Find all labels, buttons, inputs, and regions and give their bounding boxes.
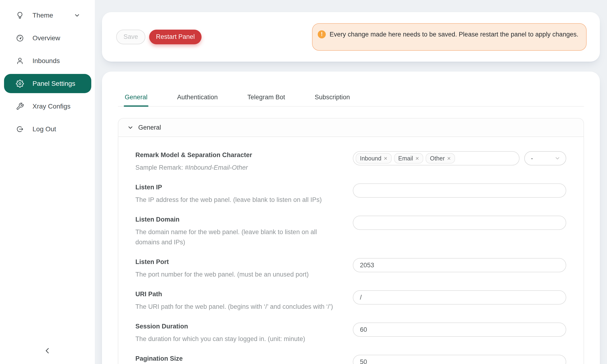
chevron-down-icon [554, 155, 561, 161]
form-row-listen-domain: Listen Domain The domain name for the we… [135, 215, 566, 247]
sidebar-item-log-out[interactable]: Log Out [4, 119, 91, 139]
alert-text: Every change made here needs to be saved… [330, 29, 578, 39]
field-label: Pagination Size [135, 354, 335, 363]
logout-icon [16, 125, 24, 133]
select-value: - [531, 155, 533, 162]
chevron-down-icon [127, 124, 134, 131]
sidebar-item-theme[interactable]: Theme [4, 6, 91, 25]
save-button[interactable]: Save [116, 30, 145, 44]
form-row-pagination-size: Pagination Size [135, 354, 566, 364]
close-icon[interactable]: × [384, 155, 387, 161]
listen-domain-input[interactable] [353, 216, 566, 230]
field-description: The domain name for the web panel. (leav… [135, 227, 335, 247]
field-description: The port number for the web panel. (must… [135, 270, 335, 280]
tag-other: Other × [426, 153, 455, 164]
wrench-icon [16, 102, 24, 110]
field-label: Listen Domain [135, 215, 335, 224]
chevron-down-icon [74, 12, 80, 19]
bulb-icon [16, 11, 24, 19]
warning-icon: ! [318, 30, 326, 39]
toolbar-card: Save Restart Panel ! Every change made h… [102, 12, 600, 62]
close-icon[interactable]: × [415, 155, 419, 161]
sample-remark: #Inbound-Email-Other [185, 164, 248, 171]
form-row-listen-port: Listen Port The port number for the web … [135, 257, 566, 280]
field-label: Listen Port [135, 257, 335, 267]
form-row-listen-ip: Listen IP The IP address for the web pan… [135, 182, 566, 205]
field-description: The URI path for the web panel. (begins … [135, 302, 335, 312]
listen-ip-input[interactable] [353, 183, 566, 198]
tag-inbound: Inbound × [356, 153, 392, 164]
tag-email: Email × [394, 153, 423, 164]
general-panel-header[interactable]: General [118, 118, 583, 137]
dashboard-icon [16, 34, 24, 42]
toolbar-buttons: Save Restart Panel [116, 30, 201, 44]
settings-card: General Authentication Telegram Bot Subs… [102, 72, 600, 364]
main-content: Save Restart Panel ! Every change made h… [95, 0, 607, 364]
close-icon[interactable]: × [447, 155, 451, 161]
tab-subscription[interactable]: Subscription [315, 92, 350, 106]
field-label: Listen IP [135, 182, 335, 192]
gear-icon [16, 80, 24, 88]
sidebar-item-label: Log Out [32, 125, 56, 133]
field-label: URI Path [135, 289, 335, 299]
sidebar-item-label: Panel Settings [32, 80, 75, 88]
restart-warning-alert: ! Every change made here needs to be sav… [312, 23, 587, 51]
separation-character-select[interactable]: - [524, 151, 566, 165]
field-label: Session Duration [135, 322, 335, 331]
form-row-remark-model: Remark Model & Separation Character Samp… [135, 150, 566, 173]
panel-title: General [138, 124, 161, 131]
settings-tabs: General Authentication Telegram Bot Subs… [118, 72, 584, 107]
field-description: The duration for which you can stay logg… [135, 334, 335, 344]
sidebar-item-inbounds[interactable]: Inbounds [4, 51, 91, 70]
form-row-session-duration: Session Duration The duration for which … [135, 322, 566, 344]
pagination-size-input[interactable] [353, 355, 566, 364]
chevron-left-icon [43, 346, 52, 355]
sidebar-item-label: Xray Configs [32, 103, 70, 110]
general-collapse-panel: General Remark Model & Separation Charac… [118, 118, 584, 364]
sidebar-item-overview[interactable]: Overview [4, 28, 91, 48]
restart-panel-button[interactable]: Restart Panel [149, 30, 201, 44]
sidebar-collapse-button[interactable] [40, 343, 55, 358]
field-description: Sample Remark: #Inbound-Email-Other [135, 163, 335, 173]
listen-port-input[interactable] [353, 258, 566, 272]
tab-authentication[interactable]: Authentication [177, 92, 218, 106]
tab-general[interactable]: General [125, 92, 147, 106]
remark-model-tags-input[interactable]: Inbound × Email × Other × [353, 151, 519, 165]
session-duration-input[interactable] [353, 323, 566, 337]
sidebar-item-label: Overview [32, 34, 60, 42]
sidebar-item-xray-configs[interactable]: Xray Configs [4, 97, 91, 116]
uri-path-input[interactable] [353, 290, 566, 304]
field-description: The IP address for the web panel. (leave… [135, 195, 335, 205]
field-label: Remark Model & Separation Character [135, 150, 335, 160]
user-icon [16, 57, 24, 65]
tab-telegram-bot[interactable]: Telegram Bot [247, 92, 285, 106]
general-form: Remark Model & Separation Character Samp… [118, 137, 583, 364]
form-row-uri-path: URI Path The URI path for the web panel.… [135, 289, 566, 312]
sidebar-item-label: Theme [32, 12, 53, 19]
sidebar-item-panel-settings[interactable]: Panel Settings [4, 74, 91, 93]
sidebar: Theme Overview Inbounds Panel Settings X… [0, 0, 95, 364]
sidebar-item-label: Inbounds [32, 57, 60, 65]
